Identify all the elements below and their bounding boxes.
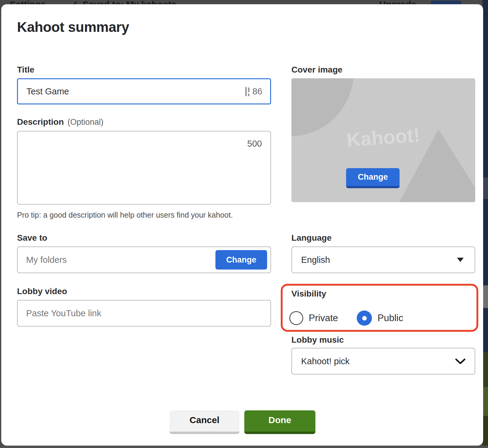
- save-to-value: My folders: [18, 255, 215, 265]
- background-topbar-button: [431, 1, 461, 4]
- char-count-icon: [245, 87, 249, 96]
- description-chars-remaining: 500: [247, 139, 262, 149]
- description-textarea[interactable]: [18, 131, 270, 204]
- language-select[interactable]: English: [291, 246, 475, 273]
- description-label: Description(Optional): [17, 117, 104, 127]
- visibility-label: Visibility: [291, 289, 326, 299]
- radio-public-icon-selected[interactable]: [357, 311, 372, 326]
- description-field: 500: [17, 131, 271, 205]
- language-value: English: [292, 255, 457, 265]
- caret-down-icon: [457, 258, 464, 262]
- dialog-title: Kahoot summary: [17, 19, 129, 35]
- kahoot-summary-dialog: Kahoot summary Title 86 Description(Opti…: [1, 4, 483, 446]
- visibility-public-option[interactable]: Public: [357, 311, 403, 326]
- background-saved-status: Saved to: My kahoots: [83, 0, 176, 4]
- background-top-bar: Settings ✓ Saved to: My kahoots Upgrade: [0, 0, 488, 4]
- cover-decor-circle: [291, 78, 354, 136]
- lobby-music-label: Lobby music: [291, 335, 344, 345]
- save-to-label: Save to: [17, 233, 47, 243]
- description-pro-tip: Pro tip: a good description will help ot…: [17, 211, 233, 219]
- radio-dot: [362, 316, 367, 321]
- lobby-video-input[interactable]: [18, 300, 270, 326]
- save-to-change-button[interactable]: Change: [215, 250, 267, 270]
- visibility-public-label: Public: [377, 313, 403, 324]
- background-block: [483, 0, 488, 178]
- description-optional-label: (Optional): [67, 117, 104, 127]
- background-scroll-thumb: [483, 285, 488, 308]
- visibility-private-option[interactable]: Private: [289, 311, 338, 325]
- save-to-field: My folders Change: [17, 246, 271, 273]
- visibility-private-label: Private: [309, 313, 338, 324]
- background-page-edge: [483, 0, 488, 448]
- title-input[interactable]: [18, 79, 245, 104]
- lobby-video-label: Lobby video: [17, 287, 67, 296]
- background-upgrade-button: Upgrade: [379, 0, 416, 4]
- language-label: Language: [291, 233, 332, 243]
- title-label: Title: [17, 65, 34, 75]
- background-block: [483, 178, 488, 199]
- background-block: [483, 387, 488, 416]
- background-block: [483, 352, 488, 387]
- visibility-radio-group: Private Public: [289, 311, 403, 325]
- cancel-button[interactable]: Cancel: [170, 410, 239, 434]
- done-button[interactable]: Done: [244, 410, 315, 434]
- title-chars-remaining: 86: [253, 87, 262, 97]
- lobby-video-field: [17, 300, 271, 327]
- background-block: [483, 199, 488, 285]
- lobby-music-select[interactable]: Kahoot! pick: [291, 348, 475, 375]
- title-field: 86: [17, 78, 271, 104]
- cover-image-label: Cover image: [291, 65, 342, 75]
- background-settings-tab: Settings: [10, 0, 46, 4]
- radio-private-icon[interactable]: [289, 311, 303, 325]
- check-icon: ✓: [70, 0, 78, 4]
- cover-image-change-button[interactable]: Change: [346, 168, 400, 188]
- cover-image-placeholder: Kahoot! Change: [291, 78, 475, 202]
- background-block: [483, 416, 488, 448]
- chevron-down-icon: [455, 358, 466, 364]
- background-bottom-edge: [0, 446, 488, 448]
- title-char-counter: 86: [245, 87, 270, 97]
- lobby-music-value: Kahoot! pick: [292, 356, 455, 366]
- background-block: [483, 308, 488, 352]
- description-label-text: Description: [17, 117, 64, 127]
